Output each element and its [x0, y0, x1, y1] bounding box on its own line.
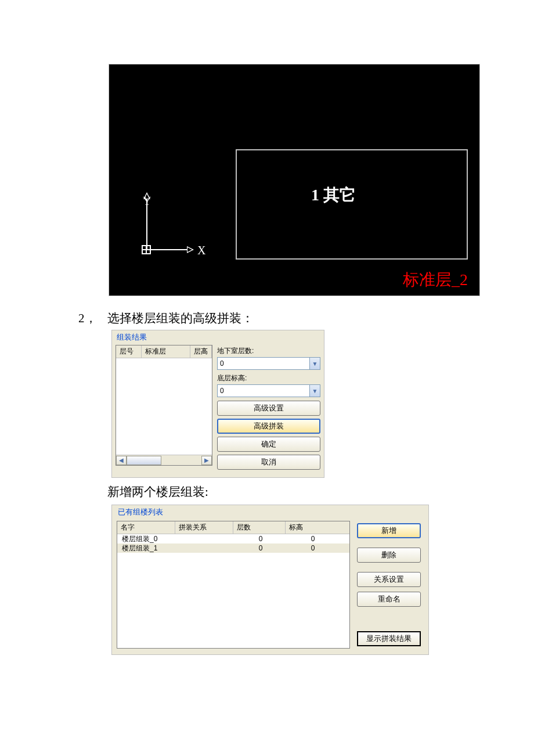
document-page: Y X 1 其它 标准层_2 2，选择楼层组装的高级拼装： 组装结果 层号 标准…: [0, 64, 534, 655]
cell-elev: 0: [287, 544, 339, 552]
assembly-result-list[interactable]: 层号 标准层 层高 ◀ ▶: [116, 345, 212, 466]
ok-button[interactable]: 确定: [217, 437, 320, 452]
base-elevation-label: 底层标高:: [217, 373, 320, 383]
groupbox-title-2: 已有组楼列表: [117, 507, 164, 516]
chevron-down-icon[interactable]: ▼: [310, 384, 320, 397]
list-body-empty: [116, 358, 212, 455]
cell-cnt: 0: [234, 535, 287, 543]
col-elevation: 标高: [286, 521, 349, 534]
axis-x-label: X: [197, 244, 205, 257]
relation-settings-button[interactable]: 关系设置: [357, 572, 421, 587]
col-std-floor: 标准层: [142, 345, 190, 358]
basement-count-label: 地下室层数:: [217, 346, 320, 356]
assembly-result-dialog: 组装结果 层号 标准层 层高 ◀ ▶ 地下室层数: ▼: [111, 330, 324, 478]
scroll-track[interactable]: [127, 456, 201, 465]
col-relation: 拼装关系: [175, 521, 233, 534]
col-name: 名字: [117, 521, 175, 534]
col-floor-height: 层高: [190, 345, 212, 358]
cell-name: 楼层组装_0: [118, 534, 176, 544]
chevron-down-icon[interactable]: ▼: [310, 357, 320, 370]
existing-assembly-dialog: 已有组楼列表 名字 拼装关系 层数 标高 楼层组装_0 0 0 楼层组装_1: [111, 505, 429, 655]
cell-name: 楼层组装_1: [118, 543, 176, 553]
axis-y-label: Y: [143, 195, 151, 208]
base-elevation-input[interactable]: [217, 384, 310, 397]
cad-viewport: Y X 1 其它 标准层_2: [109, 64, 480, 296]
col-floor-count: 层数: [233, 521, 286, 534]
delete-button[interactable]: 删除: [357, 548, 421, 563]
list-header: 名字 拼装关系 层数 标高: [117, 521, 349, 534]
rename-button[interactable]: 重命名: [357, 592, 421, 607]
base-elevation-combo[interactable]: ▼: [217, 384, 320, 397]
cad-box-label: 1 其它: [311, 184, 356, 206]
horizontal-scrollbar[interactable]: ◀ ▶: [116, 455, 212, 465]
groupbox-title-1: 组装结果: [116, 333, 148, 341]
step-text: 选择楼层组装的高级拼装：: [107, 311, 254, 325]
advanced-settings-button[interactable]: 高级设置: [217, 401, 320, 416]
col-floor-no: 层号: [116, 345, 142, 358]
add-button[interactable]: 新增: [357, 523, 421, 538]
axis-origin: [142, 245, 151, 254]
scroll-right-icon[interactable]: ▶: [201, 456, 212, 465]
advanced-assemble-button[interactable]: 高级拼装: [217, 419, 320, 434]
axis-x: [146, 249, 188, 250]
scroll-left-icon[interactable]: ◀: [116, 456, 127, 465]
scroll-thumb[interactable]: [127, 456, 161, 465]
step-2-caption: 2，选择楼层组装的高级拼装：: [78, 310, 534, 326]
basement-count-input[interactable]: [217, 357, 310, 370]
cell-elev: 0: [287, 535, 339, 543]
cell-cnt: 0: [234, 544, 287, 552]
list-header: 层号 标准层 层高: [116, 345, 212, 358]
cancel-button[interactable]: 取消: [217, 455, 320, 470]
list-item[interactable]: 楼层组装_1 0 0: [117, 543, 349, 553]
cad-layer-name: 标准层_2: [403, 269, 468, 291]
existing-assembly-list[interactable]: 名字 拼装关系 层数 标高 楼层组装_0 0 0 楼层组装_1 0 0: [117, 521, 350, 649]
show-assembly-result-button[interactable]: 显示拼装结果: [357, 631, 421, 646]
basement-count-combo[interactable]: ▼: [217, 357, 320, 370]
list-item[interactable]: 楼层组装_0 0 0: [117, 534, 349, 543]
add-two-caption: 新增两个楼层组装:: [107, 484, 534, 500]
step-num: 2，: [78, 310, 107, 326]
